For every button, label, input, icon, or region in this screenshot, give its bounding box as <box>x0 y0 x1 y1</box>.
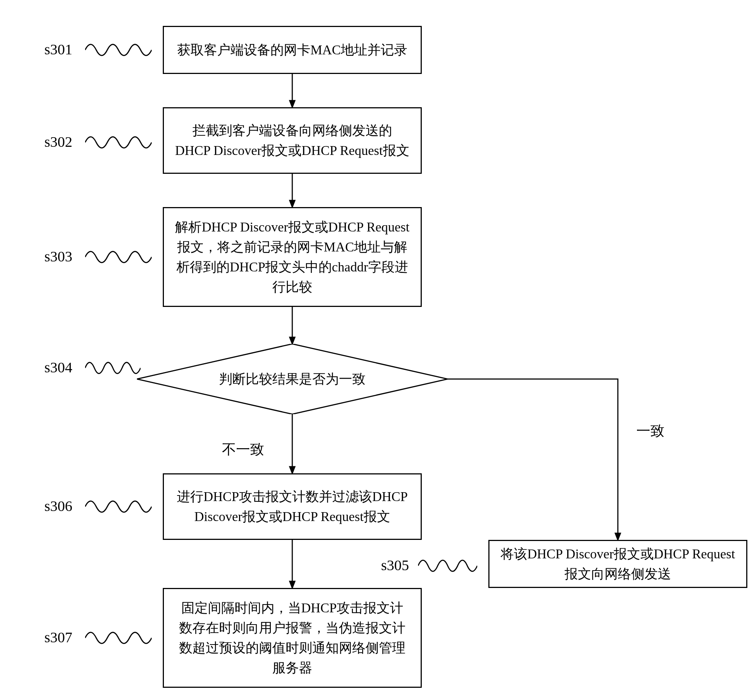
step-s306-text: 进行DHCP攻击报文计数并过滤该DHCP Discover报文或DHCP Req… <box>175 487 410 527</box>
step-s303: 解析DHCP Discover报文或DHCP Request报文，将之前记录的网… <box>163 207 422 307</box>
arrow-s306-s307 <box>289 540 296 588</box>
label-s301: s301 <box>44 41 72 58</box>
label-s306: s306 <box>44 497 72 515</box>
step-s307-text: 固定间隔时间内，当DHCP攻击报文计数存在时则向用户报警，当伪造报文计数超过预设… <box>175 598 410 678</box>
step-s305-text: 将该DHCP Discover报文或DHCP Request报文向网络侧发送 <box>501 544 735 584</box>
label-s304: s304 <box>44 359 72 376</box>
svg-marker-8 <box>290 467 295 473</box>
step-s301: 获取客户端设备的网卡MAC地址并记录 <box>163 26 422 74</box>
step-s306: 进行DHCP攻击报文计数并过滤该DHCP Discover报文或DHCP Req… <box>163 473 422 540</box>
connector-s303 <box>85 244 152 270</box>
flowchart: 获取客户端设备的网卡MAC地址并记录 s301 拦截到客户端设备向网络侧发送的D… <box>15 15 739 685</box>
step-s305: 将该DHCP Discover报文或DHCP Request报文向网络侧发送 <box>488 540 747 588</box>
arrow-s304-no <box>289 414 296 473</box>
arrow-s303-s304 <box>289 307 296 344</box>
step-s307: 固定间隔时间内，当DHCP攻击报文计数存在时则向用户报警，当伪造报文计数超过预设… <box>163 588 422 688</box>
step-s301-text: 获取客户端设备的网卡MAC地址并记录 <box>177 40 407 60</box>
arrow-s301-s302 <box>289 74 296 107</box>
connector-s307 <box>85 625 152 651</box>
label-s307: s307 <box>44 629 72 646</box>
connector-s305 <box>418 553 477 579</box>
svg-marker-11 <box>290 581 295 588</box>
arrow-s304-yes <box>448 375 621 540</box>
decision-s304: 判断比较结果是否为一致 <box>137 344 448 414</box>
label-s302: s302 <box>44 133 72 150</box>
svg-marker-9 <box>615 533 621 540</box>
connector-s301 <box>85 37 152 63</box>
svg-marker-1 <box>290 101 295 107</box>
label-s303: s303 <box>44 248 72 265</box>
step-s303-text: 解析DHCP Discover报文或DHCP Request报文，将之前记录的网… <box>175 217 410 297</box>
connector-s306 <box>85 494 152 520</box>
branch-yes: 一致 <box>636 422 665 441</box>
connector-s302 <box>85 130 152 155</box>
step-s302: 拦截到客户端设备向网络侧发送的DHCP Discover报文或DHCP Requ… <box>163 107 422 174</box>
decision-s304-text: 判断比较结果是否为一致 <box>219 370 366 388</box>
branch-no: 不一致 <box>222 440 264 459</box>
arrow-s302-s303 <box>289 174 296 207</box>
step-s302-text: 拦截到客户端设备向网络侧发送的DHCP Discover报文或DHCP Requ… <box>175 120 410 161</box>
label-s305: s305 <box>381 556 409 574</box>
svg-marker-3 <box>290 200 295 207</box>
connector-s304 <box>85 355 141 381</box>
svg-marker-5 <box>290 337 295 344</box>
